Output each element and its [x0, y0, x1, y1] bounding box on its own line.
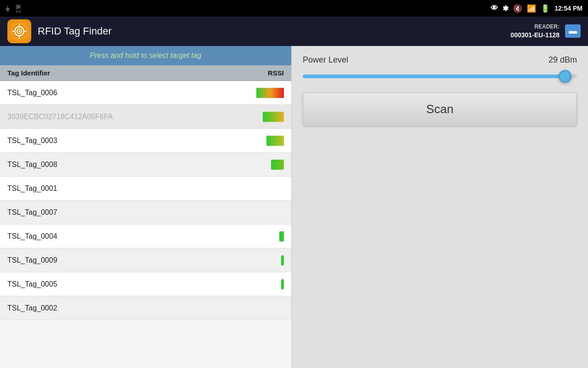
table-row[interactable]: TSL_Tag_0003 [0, 129, 291, 153]
header-tag-id: Tag Identifier [7, 69, 247, 77]
slider-container[interactable] [303, 69, 577, 83]
rssi-bar [281, 255, 284, 265]
table-header: Tag Identifier RSSI [0, 65, 291, 81]
title-right: READER: 000301-EU-1128 ▬ [510, 23, 581, 40]
rssi-bar [263, 112, 284, 122]
rssi-bar [281, 279, 284, 289]
table-row[interactable]: TSL_Tag_0009 [0, 248, 291, 272]
table-row[interactable]: TSL_Tag_0005 [0, 272, 291, 296]
rssi-bar [274, 184, 284, 194]
hint-text: Press and hold to select target tag [90, 52, 202, 59]
table-row[interactable]: TSL_Tag_0006 [0, 81, 291, 105]
update-icon: 📱 [14, 4, 23, 13]
status-bar-left: ⏚ 📱 [6, 4, 23, 13]
rssi-bar-container [247, 112, 284, 122]
eye-icon: 👁 [491, 4, 498, 12]
rssi-bar-container [247, 279, 284, 289]
tag-name: 3039ECBC02718C412A05F6FA [7, 113, 247, 121]
tag-name: TSL_Tag_0007 [7, 208, 247, 217]
rssi-bar [274, 207, 284, 218]
tag-name: TSL_Tag_0003 [7, 137, 247, 145]
status-bar-right: 👁 ✱ 🔇 📶 🔋 12:54 PM [491, 4, 582, 13]
rssi-bar-container [247, 88, 284, 98]
reader-id: 000301-EU-1128 [510, 31, 560, 40]
tag-name: TSL_Tag_0009 [7, 256, 247, 264]
svg-point-3 [18, 30, 20, 32]
clock: 12:54 PM [554, 5, 582, 12]
bluetooth-icon: ✱ [503, 4, 509, 13]
slider-thumb [559, 70, 571, 83]
app-logo [7, 19, 31, 43]
right-panel: Power Level 29 dBm Scan [292, 46, 588, 368]
power-level-label: Power Level [303, 55, 348, 65]
rssi-bar [279, 231, 284, 242]
left-panel: Press and hold to select target tag Tag … [0, 46, 292, 368]
tag-name: TSL_Tag_0004 [7, 232, 247, 241]
battery-indicator: ▬ [565, 24, 581, 38]
tag-name: TSL_Tag_0005 [7, 280, 247, 288]
reader-label: READER: [510, 23, 560, 31]
title-left: RFID Tag Finder [7, 19, 112, 43]
reader-info: READER: 000301-EU-1128 [510, 23, 560, 40]
rssi-bar-container [247, 255, 284, 265]
header-rssi: RSSI [247, 69, 284, 77]
tag-list: TSL_Tag_00063039ECBC02718C412A05F6FATSL_… [0, 81, 291, 368]
rssi-bar-container [247, 184, 284, 194]
power-level-value: 29 dBm [548, 55, 577, 65]
tag-name: TSL_Tag_0001 [7, 184, 247, 193]
table-row[interactable]: TSL_Tag_0008 [0, 153, 291, 177]
rssi-bar-container [247, 136, 284, 146]
table-row[interactable]: 3039ECBC02718C412A05F6FA [0, 105, 291, 129]
rssi-bar [266, 136, 284, 146]
power-level-header: Power Level 29 dBm [303, 55, 577, 65]
hint-bar: Press and hold to select target tag [0, 46, 291, 65]
battery-status-icon: 🔋 [541, 4, 550, 13]
rssi-bar [271, 160, 284, 170]
battery-icon: ▬ [569, 26, 577, 36]
table-row[interactable]: TSL_Tag_0001 [0, 177, 291, 201]
app-title: RFID Tag Finder [38, 25, 112, 37]
tag-name: TSL_Tag_0002 [7, 304, 247, 312]
slider-track [303, 75, 577, 78]
status-bar: ⏚ 📱 👁 ✱ 🔇 📶 🔋 12:54 PM [0, 0, 588, 17]
table-row[interactable]: TSL_Tag_0002 [0, 296, 291, 320]
scan-button[interactable]: Scan [303, 92, 577, 126]
title-bar: RFID Tag Finder READER: 000301-EU-1128 ▬ [0, 17, 588, 46]
usb-icon: ⏚ [6, 4, 10, 12]
tag-name: TSL_Tag_0006 [7, 89, 247, 97]
main-content: Press and hold to select target tag Tag … [0, 46, 588, 368]
mute-icon: 🔇 [513, 4, 522, 13]
power-level-section: Power Level 29 dBm [303, 55, 577, 83]
rssi-bar-container [247, 160, 284, 170]
rssi-bar [256, 88, 284, 98]
table-row[interactable]: TSL_Tag_0004 [0, 224, 291, 248]
rssi-bar-container [247, 231, 284, 242]
wifi-icon: 📶 [527, 4, 536, 13]
rssi-bar-container [247, 207, 284, 218]
table-row[interactable]: TSL_Tag_0007 [0, 201, 291, 224]
tag-name: TSL_Tag_0008 [7, 161, 247, 169]
